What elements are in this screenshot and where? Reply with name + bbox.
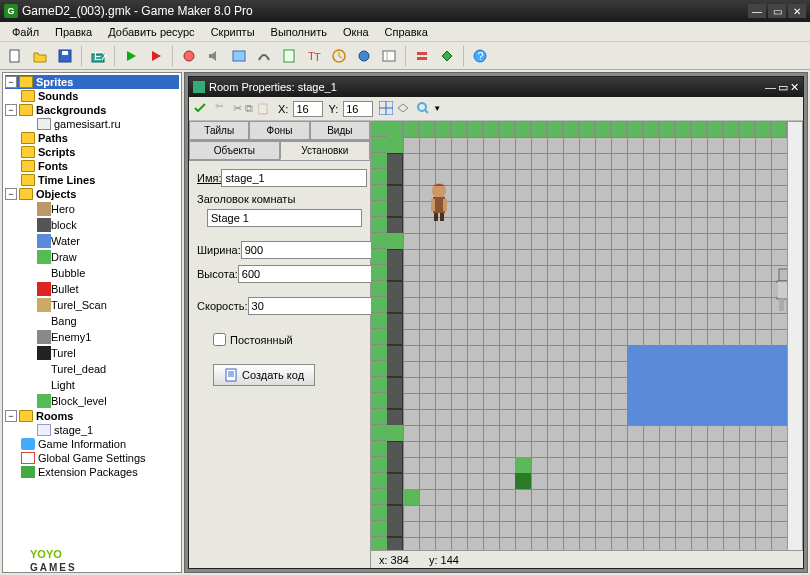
add-timeline-button[interactable] — [328, 45, 350, 67]
menu-edit[interactable]: Правка — [47, 24, 100, 40]
undo-button[interactable] — [213, 101, 227, 117]
height-input[interactable] — [238, 265, 384, 283]
add-sound-button[interactable] — [203, 45, 225, 67]
extensions-button[interactable] — [436, 45, 458, 67]
tree-obj-water[interactable]: Water — [5, 233, 179, 249]
tree-fonts[interactable]: Fonts — [5, 159, 179, 173]
room-window-title: Room Properties: stage_1 — [209, 81, 337, 93]
add-sprite-button[interactable] — [178, 45, 200, 67]
main-toolbar: EXE TT ? — [0, 42, 810, 70]
tree-backgrounds[interactable]: −Backgrounds — [5, 103, 179, 117]
svg-rect-32 — [440, 213, 444, 221]
new-file-button[interactable] — [4, 45, 26, 67]
add-object-button[interactable] — [353, 45, 375, 67]
svg-rect-2 — [62, 51, 68, 55]
tree-bg-item[interactable]: gamesisart.ru — [5, 117, 179, 131]
close-button[interactable]: ✕ — [788, 4, 806, 18]
copy-button[interactable]: ⧉ — [245, 102, 253, 115]
tab-objects[interactable]: Объекты — [189, 141, 280, 160]
tree-sprites[interactable]: −Sprites — [5, 75, 179, 89]
tree-obj-turel[interactable]: Turel — [5, 345, 179, 361]
tree-obj-bullet[interactable]: Bullet — [5, 281, 179, 297]
tree-sounds[interactable]: Sounds — [5, 89, 179, 103]
room-window-titlebar[interactable]: Room Properties: stage_1 — ▭ ✕ — [189, 77, 803, 97]
menu-add-resource[interactable]: Добавить ресурс — [100, 24, 202, 40]
tree-obj-hero[interactable]: Hero — [5, 201, 179, 217]
tree-room-stage1[interactable]: stage_1 — [5, 423, 179, 437]
tree-obj-light[interactable]: Light — [5, 377, 179, 393]
hero-sprite[interactable] — [423, 181, 455, 221]
tree-extensions[interactable]: Extension Packages — [5, 465, 179, 479]
add-background-button[interactable] — [228, 45, 250, 67]
add-script-button[interactable] — [278, 45, 300, 67]
cut-button[interactable]: ✂ — [233, 102, 242, 115]
add-path-button[interactable] — [253, 45, 275, 67]
speed-label: Скорость: — [197, 300, 248, 312]
zoom-button[interactable] — [416, 101, 430, 117]
name-input[interactable] — [221, 169, 367, 187]
tree-obj-block[interactable]: block — [5, 217, 179, 233]
tree-obj-bubble[interactable]: Bubble — [5, 265, 179, 281]
tree-gameinfo[interactable]: Game Information — [5, 437, 179, 451]
export-button[interactable]: EXE — [87, 45, 109, 67]
resource-tree[interactable]: −Sprites Sounds −Backgrounds gamesisart.… — [2, 72, 182, 573]
add-room-button[interactable] — [378, 45, 400, 67]
open-file-button[interactable] — [29, 45, 51, 67]
tree-obj-bang[interactable]: Bang — [5, 313, 179, 329]
tree-objects[interactable]: −Objects — [5, 187, 179, 201]
tree-paths[interactable]: Paths — [5, 131, 179, 145]
yoyo-logo: YOYO GAMES — [30, 544, 77, 573]
enemy-sprite[interactable] — [771, 265, 787, 313]
menu-run[interactable]: Выполнить — [263, 24, 335, 40]
tab-backgrounds[interactable]: Фоны — [249, 121, 309, 140]
help-button[interactable]: ? — [469, 45, 491, 67]
tree-obj-draw[interactable]: Draw — [5, 249, 179, 265]
room-toolbar: ✂ ⧉ 📋 X: Y: ▼ — [189, 97, 803, 121]
snap-y-input[interactable] — [343, 101, 373, 117]
tree-scripts[interactable]: Scripts — [5, 145, 179, 159]
tab-tiles[interactable]: Тайлы — [189, 121, 249, 140]
debug-button[interactable] — [145, 45, 167, 67]
menu-file[interactable]: Файл — [4, 24, 47, 40]
ok-button[interactable] — [193, 101, 207, 117]
window-title: GameD2_(003).gmk - Game Maker 8.0 Pro — [22, 4, 253, 18]
room-statusbar: x: 384 y: 144 — [371, 550, 803, 568]
caption-label: Заголовок комнаты — [197, 193, 295, 205]
svg-rect-35 — [773, 283, 778, 297]
menu-scripts[interactable]: Скрипты — [203, 24, 263, 40]
tree-obj-turelscan[interactable]: Turel_Scan — [5, 297, 179, 313]
room-grid[interactable] — [371, 121, 787, 552]
vertical-scrollbar[interactable] — [787, 121, 803, 552]
zoom-dropdown-icon[interactable]: ▼ — [433, 104, 441, 113]
minimize-button[interactable]: — — [748, 4, 766, 18]
tree-obj-tureldead[interactable]: Turel_dead — [5, 361, 179, 377]
room-minimize-button[interactable]: — — [765, 81, 776, 94]
svg-text:EXE: EXE — [94, 50, 106, 62]
snap-x-input[interactable] — [293, 101, 323, 117]
room-maximize-button[interactable]: ▭ — [778, 81, 788, 94]
room-close-button[interactable]: ✕ — [790, 81, 799, 94]
tree-rooms[interactable]: −Rooms — [5, 409, 179, 423]
width-input[interactable] — [241, 241, 387, 259]
caption-input[interactable] — [207, 209, 362, 227]
svg-rect-0 — [10, 50, 19, 62]
run-button[interactable] — [120, 45, 142, 67]
grid-toggle-button[interactable] — [379, 101, 393, 117]
menu-help[interactable]: Справка — [377, 24, 436, 40]
menu-windows[interactable]: Окна — [335, 24, 377, 40]
paste-button[interactable]: 📋 — [256, 102, 270, 115]
tab-settings[interactable]: Установки — [280, 141, 371, 160]
save-file-button[interactable] — [54, 45, 76, 67]
tree-globalsettings[interactable]: Global Game Settings — [5, 451, 179, 465]
tab-views[interactable]: Виды — [310, 121, 370, 140]
settings-button[interactable] — [411, 45, 433, 67]
create-code-button[interactable]: Создать код — [213, 364, 315, 386]
tree-obj-enemy1[interactable]: Enemy1 — [5, 329, 179, 345]
add-font-button[interactable]: TT — [303, 45, 325, 67]
room-editor-view[interactable]: ◄ ≡ ► — [371, 121, 803, 568]
iso-toggle-button[interactable] — [396, 101, 410, 117]
tree-timelines[interactable]: Time Lines — [5, 173, 179, 187]
maximize-button[interactable]: ▭ — [768, 4, 786, 18]
tree-obj-blocklevel[interactable]: Block_level — [5, 393, 179, 409]
persistent-checkbox[interactable] — [213, 333, 226, 346]
